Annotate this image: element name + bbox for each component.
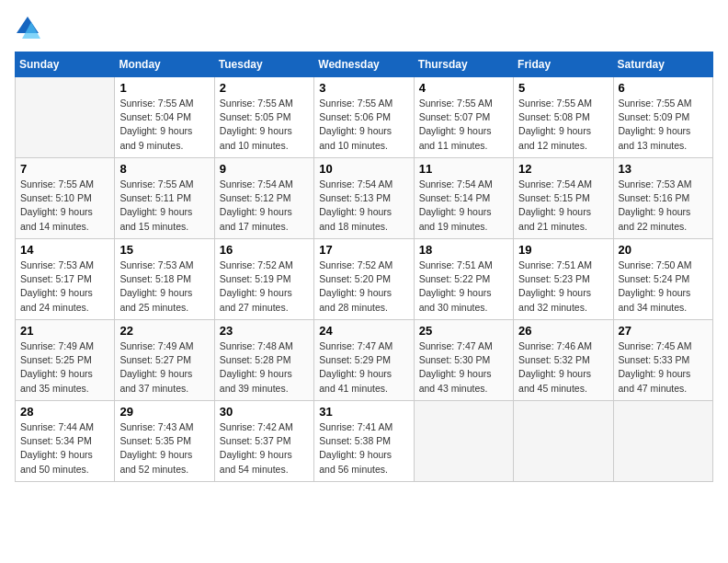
day-number: 27 [619, 324, 708, 338]
calendar-cell: 6Sunrise: 7:55 AMSunset: 5:09 PMDaylight… [613, 77, 712, 158]
day-info: Sunrise: 7:55 AMSunset: 5:08 PMDaylight:… [518, 97, 608, 153]
day-info: Sunrise: 7:54 AMSunset: 5:14 PMDaylight:… [419, 178, 508, 234]
calendar-header: SundayMondayTuesdayWednesdayThursdayFrid… [16, 52, 713, 77]
calendar-cell: 28Sunrise: 7:44 AMSunset: 5:34 PMDayligh… [16, 401, 115, 482]
day-info: Sunrise: 7:55 AMSunset: 5:06 PMDaylight:… [319, 97, 408, 153]
day-number: 26 [518, 324, 608, 338]
calendar-cell [514, 401, 613, 482]
calendar-cell: 26Sunrise: 7:46 AMSunset: 5:32 PMDayligh… [514, 320, 613, 401]
calendar-cell: 4Sunrise: 7:55 AMSunset: 5:07 PMDaylight… [414, 77, 513, 158]
day-info: Sunrise: 7:53 AMSunset: 5:18 PMDaylight:… [119, 259, 209, 315]
day-info: Sunrise: 7:44 AMSunset: 5:34 PMDaylight:… [20, 420, 109, 477]
calendar-cell: 7Sunrise: 7:55 AMSunset: 5:10 PMDaylight… [16, 158, 115, 239]
day-info: Sunrise: 7:49 AMSunset: 5:25 PMDaylight:… [20, 339, 109, 396]
day-number: 14 [20, 243, 109, 257]
calendar-cell: 16Sunrise: 7:52 AMSunset: 5:19 PMDayligh… [214, 239, 313, 320]
day-info: Sunrise: 7:53 AMSunset: 5:17 PMDaylight:… [20, 259, 109, 315]
day-number: 29 [119, 405, 209, 419]
day-number: 17 [319, 243, 408, 257]
calendar-cell: 14Sunrise: 7:53 AMSunset: 5:17 PMDayligh… [16, 239, 115, 320]
day-of-week-header: Tuesday [214, 52, 313, 77]
day-info: Sunrise: 7:42 AMSunset: 5:37 PMDaylight:… [220, 420, 309, 477]
day-number: 24 [319, 324, 408, 338]
calendar-cell: 8Sunrise: 7:55 AMSunset: 5:11 PMDaylight… [115, 158, 214, 239]
day-number: 12 [518, 162, 608, 176]
calendar-cell: 9Sunrise: 7:54 AMSunset: 5:12 PMDaylight… [214, 158, 313, 239]
day-number: 13 [619, 162, 708, 176]
logo [15, 15, 42, 40]
day-info: Sunrise: 7:55 AMSunset: 5:11 PMDaylight:… [119, 178, 209, 234]
day-number: 19 [518, 243, 608, 257]
calendar-cell: 12Sunrise: 7:54 AMSunset: 5:15 PMDayligh… [514, 158, 613, 239]
day-of-week-header: Wednesday [314, 52, 414, 77]
day-of-week-header: Friday [514, 52, 613, 77]
day-number: 9 [220, 162, 309, 176]
calendar-week-row: 21Sunrise: 7:49 AMSunset: 5:25 PMDayligh… [16, 320, 713, 401]
day-number: 28 [20, 405, 109, 419]
calendar-cell: 17Sunrise: 7:52 AMSunset: 5:20 PMDayligh… [314, 239, 414, 320]
calendar-body: 1Sunrise: 7:55 AMSunset: 5:04 PMDaylight… [16, 77, 713, 482]
day-of-week-header: Thursday [414, 52, 513, 77]
day-info: Sunrise: 7:54 AMSunset: 5:12 PMDaylight:… [220, 178, 309, 234]
logo-icon [15, 15, 40, 40]
calendar-cell: 23Sunrise: 7:48 AMSunset: 5:28 PMDayligh… [214, 320, 313, 401]
calendar-cell: 31Sunrise: 7:41 AMSunset: 5:38 PMDayligh… [314, 401, 414, 482]
calendar-cell: 5Sunrise: 7:55 AMSunset: 5:08 PMDaylight… [514, 77, 613, 158]
calendar-cell: 15Sunrise: 7:53 AMSunset: 5:18 PMDayligh… [115, 239, 214, 320]
day-number: 18 [419, 243, 508, 257]
day-number: 20 [619, 243, 708, 257]
calendar-cell: 2Sunrise: 7:55 AMSunset: 5:05 PMDaylight… [214, 77, 313, 158]
day-info: Sunrise: 7:54 AMSunset: 5:13 PMDaylight:… [319, 178, 408, 234]
day-number: 7 [20, 162, 109, 176]
calendar-week-row: 1Sunrise: 7:55 AMSunset: 5:04 PMDaylight… [16, 77, 713, 158]
day-of-week-header: Monday [115, 52, 214, 77]
day-info: Sunrise: 7:52 AMSunset: 5:19 PMDaylight:… [220, 259, 309, 315]
day-info: Sunrise: 7:51 AMSunset: 5:23 PMDaylight:… [518, 259, 608, 315]
day-number: 25 [419, 324, 508, 338]
day-info: Sunrise: 7:52 AMSunset: 5:20 PMDaylight:… [319, 259, 408, 315]
day-number: 3 [319, 81, 408, 95]
day-number: 2 [220, 81, 309, 95]
day-info: Sunrise: 7:48 AMSunset: 5:28 PMDaylight:… [220, 339, 309, 396]
calendar-cell: 13Sunrise: 7:53 AMSunset: 5:16 PMDayligh… [613, 158, 712, 239]
day-info: Sunrise: 7:45 AMSunset: 5:33 PMDaylight:… [619, 339, 708, 396]
calendar-week-row: 7Sunrise: 7:55 AMSunset: 5:10 PMDaylight… [16, 158, 713, 239]
page-header [15, 15, 713, 40]
day-number: 6 [619, 81, 708, 95]
day-number: 30 [220, 405, 309, 419]
calendar-cell: 21Sunrise: 7:49 AMSunset: 5:25 PMDayligh… [16, 320, 115, 401]
day-number: 8 [119, 162, 209, 176]
day-info: Sunrise: 7:53 AMSunset: 5:16 PMDaylight:… [619, 178, 708, 234]
calendar-cell: 18Sunrise: 7:51 AMSunset: 5:22 PMDayligh… [414, 239, 513, 320]
calendar-cell: 27Sunrise: 7:45 AMSunset: 5:33 PMDayligh… [613, 320, 712, 401]
calendar-cell: 19Sunrise: 7:51 AMSunset: 5:23 PMDayligh… [514, 239, 613, 320]
calendar-cell [613, 401, 712, 482]
calendar-cell [414, 401, 513, 482]
calendar-cell [16, 77, 115, 158]
calendar-cell: 24Sunrise: 7:47 AMSunset: 5:29 PMDayligh… [314, 320, 414, 401]
calendar-table: SundayMondayTuesdayWednesdayThursdayFrid… [15, 52, 713, 482]
day-number: 1 [119, 81, 209, 95]
day-info: Sunrise: 7:43 AMSunset: 5:35 PMDaylight:… [119, 420, 209, 477]
calendar-cell: 1Sunrise: 7:55 AMSunset: 5:04 PMDaylight… [115, 77, 214, 158]
day-info: Sunrise: 7:54 AMSunset: 5:15 PMDaylight:… [518, 178, 608, 234]
calendar-cell: 10Sunrise: 7:54 AMSunset: 5:13 PMDayligh… [314, 158, 414, 239]
calendar-cell: 25Sunrise: 7:47 AMSunset: 5:30 PMDayligh… [414, 320, 513, 401]
day-of-week-header: Saturday [613, 52, 712, 77]
day-info: Sunrise: 7:47 AMSunset: 5:29 PMDaylight:… [319, 339, 408, 396]
day-number: 31 [319, 405, 408, 419]
day-number: 16 [220, 243, 309, 257]
day-number: 11 [419, 162, 508, 176]
calendar-week-row: 14Sunrise: 7:53 AMSunset: 5:17 PMDayligh… [16, 239, 713, 320]
day-info: Sunrise: 7:49 AMSunset: 5:27 PMDaylight:… [119, 339, 209, 396]
day-info: Sunrise: 7:41 AMSunset: 5:38 PMDaylight:… [319, 420, 408, 477]
day-number: 4 [419, 81, 508, 95]
day-number: 22 [119, 324, 209, 338]
day-info: Sunrise: 7:55 AMSunset: 5:09 PMDaylight:… [619, 97, 708, 153]
day-info: Sunrise: 7:55 AMSunset: 5:07 PMDaylight:… [419, 97, 508, 153]
day-info: Sunrise: 7:47 AMSunset: 5:30 PMDaylight:… [419, 339, 508, 396]
day-info: Sunrise: 7:55 AMSunset: 5:05 PMDaylight:… [220, 97, 309, 153]
day-info: Sunrise: 7:46 AMSunset: 5:32 PMDaylight:… [518, 339, 608, 396]
day-number: 21 [20, 324, 109, 338]
calendar-week-row: 28Sunrise: 7:44 AMSunset: 5:34 PMDayligh… [16, 401, 713, 482]
